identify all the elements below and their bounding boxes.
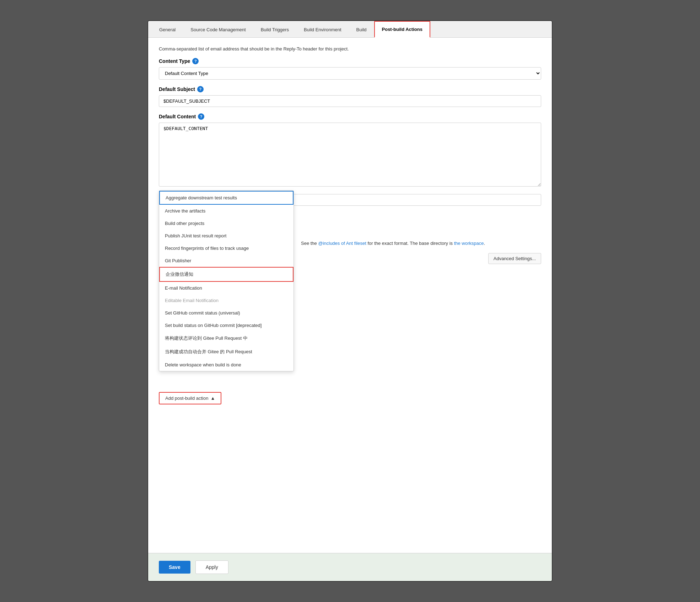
- right-content: See the @includes of Ant fileset for the…: [301, 241, 541, 264]
- save-button[interactable]: Save: [159, 561, 190, 574]
- dropdown-item-email-notification[interactable]: E-mail Notification: [159, 282, 294, 294]
- reply-to-description: Comma-separated list of email address th…: [159, 46, 541, 52]
- dropdown-item-github-deprecated[interactable]: Set build status on GitHub commit [depre…: [159, 319, 294, 332]
- tab-post-build[interactable]: Post-build Actions: [374, 21, 430, 38]
- tab-build-triggers[interactable]: Build Triggers: [253, 22, 296, 37]
- tab-bar: General Source Code Management Build Tri…: [148, 21, 552, 38]
- advanced-settings-button[interactable]: Advanced Settings...: [488, 253, 541, 264]
- tab-source-code[interactable]: Source Code Management: [183, 22, 253, 37]
- add-action-label: Add post-build action: [165, 396, 208, 401]
- arrow-up-icon: ▲: [210, 396, 215, 401]
- antfileset-link[interactable]: @includes of Ant fileset: [318, 241, 366, 246]
- antfileset-description: See the @includes of Ant fileset for the…: [301, 241, 541, 246]
- tab-build[interactable]: Build: [349, 22, 374, 37]
- content-type-label: Content Type ?: [159, 58, 541, 64]
- content-type-help-icon[interactable]: ?: [192, 58, 199, 64]
- default-content-help-icon[interactable]: ?: [198, 113, 204, 120]
- tab-general[interactable]: General: [152, 22, 183, 37]
- add-action-container: Add post-build action ▲: [159, 385, 541, 404]
- tab-build-environment[interactable]: Build Environment: [296, 22, 349, 37]
- post-build-action-dropdown: Aggregate downstream test results Archiv…: [159, 190, 294, 371]
- dropdown-item-delete-workspace[interactable]: Delete workspace when build is done: [159, 359, 294, 371]
- default-content-textarea[interactable]: $DEFAULT_CONTENT: [159, 123, 541, 187]
- dropdown-item-git-publisher[interactable]: Git Publisher: [159, 254, 294, 267]
- content-type-select[interactable]: Default Content Type text/plain text/htm…: [159, 67, 541, 80]
- workspace-link[interactable]: the workspace: [454, 241, 484, 246]
- dropdown-item-gitee-pr-comment[interactable]: 将构建状态评论到 Gitee Pull Request 中: [159, 332, 294, 345]
- dropdown-item-wechat[interactable]: 企业微信通知: [159, 267, 294, 282]
- default-subject-input[interactable]: [159, 95, 541, 107]
- add-post-build-action-button[interactable]: Add post-build action ▲: [159, 392, 221, 404]
- dropdown-item-record-fingerprints[interactable]: Record fingerprints of files to track us…: [159, 242, 294, 254]
- dropdown-item-gitee-auto-merge[interactable]: 当构建成功自动合并 Gitee 的 Pull Request: [159, 345, 294, 359]
- dropdown-item-editable-email: Editable Email Notification: [159, 294, 294, 307]
- dropdown-item-build-other[interactable]: Build other projects: [159, 217, 294, 230]
- default-content-label: Default Content ?: [159, 113, 541, 120]
- main-window: General Source Code Management Build Tri…: [147, 20, 553, 582]
- default-subject-help-icon[interactable]: ?: [197, 86, 204, 92]
- apply-button[interactable]: Apply: [195, 560, 228, 574]
- content-area: Comma-separated list of email address th…: [148, 38, 552, 553]
- dropdown-item-github-status[interactable]: Set GitHub commit status (universal): [159, 307, 294, 319]
- dropdown-item-publish-junit[interactable]: Publish JUnit test result report: [159, 230, 294, 242]
- default-subject-label: Default Subject ?: [159, 86, 541, 92]
- dropdown-item-archive[interactable]: Archive the artifacts: [159, 205, 294, 217]
- footer: Save Apply: [148, 553, 552, 581]
- dropdown-item-aggregate[interactable]: Aggregate downstream test results: [159, 191, 294, 205]
